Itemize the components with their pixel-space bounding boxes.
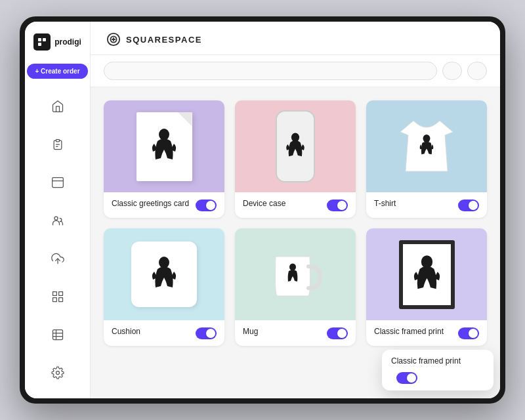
svg-point-8 [54,217,58,220]
product-image-framed [366,228,487,320]
sidebar-item-analytics[interactable] [46,323,70,346]
svg-rect-14 [52,330,62,340]
search-bar[interactable] [104,62,437,80]
product-name-greeting: Classic greetings card [112,199,190,209]
squarespace-icon [106,32,121,47]
screen: prodigi + Create order [25,22,500,398]
svg-rect-11 [58,292,62,296]
phone-case-mockup [276,110,315,182]
svg-point-21 [423,135,430,142]
product-image-mug [235,228,356,320]
product-image-tshirt [366,100,487,192]
app-name: prodigi [54,37,81,47]
platform-name: SQUARESPACE [126,35,202,45]
figure-art-greeting [148,127,180,166]
logo-area: prodigi [27,33,88,51]
toggle-mug[interactable] [327,327,348,339]
product-image-pillow [104,228,224,320]
sidebar-item-orders[interactable] [46,133,70,156]
greeting-card-mockup [136,112,192,181]
mug-mockup [262,243,328,306]
tooltip-card: Classic framed print [382,350,494,390]
sidebar-item-products[interactable] [46,171,70,194]
product-card-pillow: Cushion [104,228,224,346]
product-name-pillow: Cushion [112,327,190,337]
svg-point-24 [421,255,432,268]
device-frame: prodigi + Create order [20,16,505,404]
svg-rect-10 [52,292,56,296]
product-card-tshirt: T-shirt [366,100,487,218]
sidebar-item-upload[interactable] [46,247,70,270]
product-card-mug: Mug [235,228,356,346]
svg-rect-0 [38,38,41,41]
product-card-device: Device case [235,100,356,218]
product-image-device [235,100,356,192]
product-info-device: Device case [235,192,356,218]
sidebar-item-apps[interactable] [46,285,70,308]
filter-button[interactable] [442,62,462,80]
sidebar: prodigi + Create order [25,22,91,398]
svg-point-20 [291,133,299,142]
frame-inner [403,244,451,305]
svg-point-19 [159,129,169,140]
product-image-greeting [104,100,224,192]
prodigi-logo-icon [33,33,51,51]
product-name-tshirt: T-shirt [374,199,453,209]
toggle-greeting[interactable] [196,200,217,211]
products-area: Classic greetings card [91,87,500,398]
main-content: SQUARESPACE [91,22,500,398]
toolbar [91,55,500,87]
sort-button[interactable] [467,62,487,80]
figure-art-framed [409,253,445,296]
create-order-button[interactable]: + Create order [27,64,87,79]
toggle-tooltip[interactable] [396,372,417,384]
svg-rect-12 [52,298,56,302]
tshirt-mockup [394,116,459,178]
header: SQUARESPACE [91,22,500,55]
product-info-framed: Classic framed print [366,320,487,346]
tooltip-product-name: Classic framed print [391,356,484,367]
svg-rect-1 [43,38,46,41]
svg-rect-6 [52,178,63,188]
svg-rect-13 [58,298,62,302]
product-name-framed: Classic framed print [374,327,453,337]
nav-items [25,94,90,385]
platform-logo: SQUARESPACE [106,32,202,47]
sidebar-item-home[interactable] [46,94,70,118]
product-info-mug: Mug [235,320,356,346]
svg-point-23 [289,263,296,270]
product-card-greeting: Classic greetings card [104,100,224,218]
figure-art-device [283,131,308,162]
toggle-pillow[interactable] [196,327,217,339]
svg-point-18 [56,371,59,375]
toggle-framed[interactable] [458,327,479,339]
frame-mockup [399,240,455,309]
card-fold [178,112,192,127]
product-info-pillow: Cushion [104,320,224,346]
toggle-tshirt[interactable] [458,200,479,211]
sidebar-item-settings[interactable] [46,361,70,385]
sidebar-item-team[interactable] [46,209,70,232]
product-info-greeting: Classic greetings card [104,192,224,218]
products-grid: Classic greetings card [104,100,487,346]
svg-rect-3 [56,140,59,142]
product-name-mug: Mug [243,327,322,337]
svg-point-22 [159,257,169,268]
product-card-framed: Classic framed print Classic framed prin… [366,228,487,346]
figure-art-pillow [144,255,184,294]
product-info-tshirt: T-shirt [366,192,487,218]
pillow-mockup [131,242,197,307]
svg-rect-2 [38,43,41,46]
toggle-device[interactable] [327,200,348,211]
product-name-device: Device case [243,199,322,209]
